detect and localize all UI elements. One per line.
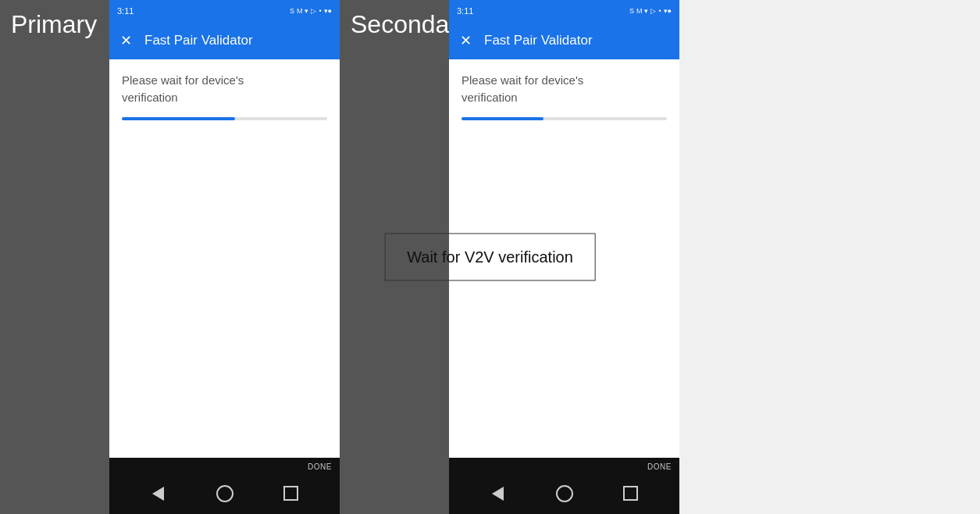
secondary-play-icon: ▷	[650, 7, 656, 15]
primary-nav-bar: DONE	[109, 458, 340, 514]
primary-signal-icon: S	[290, 7, 294, 15]
primary-label: Primary	[11, 9, 97, 39]
primary-content: Please wait for device's verification	[109, 59, 340, 458]
primary-wifi-icon: ▾	[305, 7, 308, 15]
app-wrapper: Primary 3:11 S M ▾ ▷ • ▾● ✕ Fast Pair Va…	[0, 0, 980, 514]
v2v-box: Wait for V2V verification	[384, 234, 596, 281]
secondary-status-icons: S M ▾ ▷ • ▾●	[629, 7, 672, 15]
primary-m-icon: M	[297, 7, 303, 15]
secondary-m-icon: M	[636, 7, 643, 15]
secondary-wifi-icon: ▾	[644, 7, 648, 15]
secondary-progress-fill	[461, 117, 543, 120]
secondary-app-bar: ✕ Fast Pair Validator	[449, 22, 679, 59]
secondary-done-row: DONE	[449, 458, 679, 473]
primary-play-icon: ▷	[311, 7, 316, 15]
primary-app-bar: ✕ Fast Pair Validator	[109, 22, 340, 59]
primary-status-bar: 3:11 S M ▾ ▷ • ▾●	[109, 0, 340, 22]
primary-status-icons: S M ▾ ▷ • ▾●	[290, 7, 332, 15]
primary-nav-buttons	[109, 473, 340, 514]
primary-progress-fill	[122, 117, 235, 120]
primary-wait-text: Please wait for device's verification	[122, 72, 327, 106]
secondary-nav-bar: DONE	[449, 458, 679, 514]
v2v-overlay: Wait for V2V verification	[384, 234, 596, 281]
secondary-recent-button[interactable]	[620, 483, 642, 505]
secondary-app-title: Fast Pair Validator	[484, 33, 593, 48]
secondary-empty-content	[461, 128, 667, 459]
primary-recent-button[interactable]	[280, 483, 302, 505]
secondary-wait-text: Please wait for device's verification	[461, 72, 667, 106]
primary-empty-content	[122, 128, 327, 459]
primary-progress-bar	[122, 117, 327, 120]
primary-time: 3:11	[117, 6, 134, 16]
secondary-progress-bar	[461, 117, 667, 120]
secondary-done-label[interactable]: DONE	[647, 462, 672, 471]
secondary-home-button[interactable]	[554, 483, 576, 505]
primary-done-label[interactable]: DONE	[308, 462, 332, 471]
primary-label-panel: Primary	[0, 0, 109, 514]
primary-back-button[interactable]	[148, 483, 169, 505]
primary-close-button[interactable]: ✕	[120, 32, 132, 49]
secondary-nav-buttons	[449, 473, 679, 514]
secondary-time: 3:11	[457, 6, 473, 16]
v2v-text: Wait for V2V verification	[407, 248, 573, 266]
secondary-close-button[interactable]: ✕	[460, 32, 472, 49]
primary-dot-icon: •	[319, 7, 321, 15]
primary-app-title: Fast Pair Validator	[144, 33, 253, 48]
secondary-battery-icon: ▾●	[664, 7, 672, 15]
primary-section: Primary 3:11 S M ▾ ▷ • ▾● ✕ Fast Pair Va…	[0, 0, 340, 514]
secondary-signal-icon: S	[629, 7, 634, 15]
secondary-status-bar: 3:11 S M ▾ ▷ • ▾●	[449, 0, 679, 22]
secondary-back-button[interactable]	[487, 483, 509, 505]
primary-battery-icon: ▾●	[324, 7, 332, 15]
secondary-dot-icon: •	[658, 7, 661, 15]
primary-done-row: DONE	[109, 458, 340, 473]
primary-home-button[interactable]	[214, 483, 236, 505]
primary-phone: 3:11 S M ▾ ▷ • ▾● ✕ Fast Pair Validator …	[109, 0, 340, 514]
